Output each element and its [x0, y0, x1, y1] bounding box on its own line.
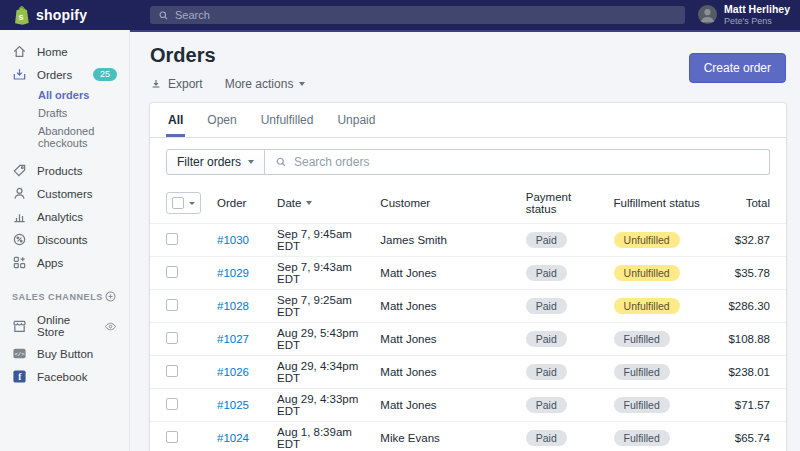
fulfillment-status-badge: Unfulfilled — [614, 232, 680, 248]
column-header-payment-status[interactable]: Payment status — [518, 186, 606, 224]
view-store-eye-icon[interactable] — [104, 320, 117, 333]
order-date: Aug 29, 4:33pm EDT — [269, 389, 372, 422]
order-link[interactable]: #1029 — [217, 267, 249, 279]
avatar — [698, 5, 717, 24]
sidebar-item-home[interactable]: Home — [0, 40, 129, 63]
sidebar-item-abandoned-checkouts[interactable]: Abandoned checkouts — [0, 122, 129, 152]
tab-unpaid[interactable]: Unpaid — [335, 103, 377, 137]
chevron-down-icon — [248, 160, 254, 164]
orders-count-badge: 25 — [93, 68, 117, 82]
table-row[interactable]: #1026 Aug 29, 4:34pm EDT Matt Jones Paid… — [150, 356, 786, 389]
order-customer: James Smith — [372, 224, 517, 257]
table-row[interactable]: #1029 Sep 7, 9:43am EDT Matt Jones Paid … — [150, 257, 786, 290]
sidebar-item-drafts[interactable]: Drafts — [0, 104, 129, 122]
orders-icon — [12, 67, 27, 82]
order-link[interactable]: #1027 — [217, 333, 249, 345]
order-link[interactable]: #1030 — [217, 234, 249, 246]
payment-status-badge: Paid — [526, 232, 567, 248]
tab-unfulfilled[interactable]: Unfulfilled — [259, 103, 316, 137]
sort-caret-icon — [306, 201, 312, 205]
analytics-icon — [12, 209, 27, 224]
orders-search[interactable] — [265, 149, 770, 175]
payment-status-badge: Paid — [526, 364, 567, 380]
order-total: $32.87 — [720, 224, 786, 257]
order-total: $286.30 — [720, 290, 786, 323]
payment-status-badge: Paid — [526, 430, 567, 446]
export-icon — [150, 78, 162, 90]
filter-orders-button[interactable]: Filter orders — [166, 149, 265, 175]
order-date: Sep 7, 9:25am EDT — [269, 290, 372, 323]
sales-channels-header: SALES CHANNELS — [0, 274, 129, 310]
logo-wordmark: shopify — [36, 7, 87, 23]
sidebar-item-all-orders[interactable]: All orders — [0, 86, 129, 104]
order-link[interactable]: #1026 — [217, 366, 249, 378]
order-total: $65.74 — [720, 422, 786, 451]
row-checkbox[interactable] — [166, 266, 178, 278]
page-title: Orders — [150, 44, 305, 67]
column-header-order[interactable]: Order — [209, 186, 269, 224]
table-row[interactable]: #1024 Aug 1, 8:39am EDT Mike Evans Paid … — [150, 422, 786, 451]
add-sales-channel-button[interactable] — [104, 290, 117, 303]
fulfillment-status-badge: Fulfilled — [614, 364, 670, 380]
order-date: Sep 7, 9:45am EDT — [269, 224, 372, 257]
order-total: $35.78 — [720, 257, 786, 290]
table-row[interactable]: #1025 Aug 29, 4:33pm EDT Matt Jones Paid… — [150, 389, 786, 422]
sidebar-item-online-store[interactable]: Online Store — [0, 310, 129, 342]
order-link[interactable]: #1028 — [217, 300, 249, 312]
tab-all[interactable]: All — [166, 103, 185, 137]
sidebar-item-buy-button[interactable]: </> Buy Button — [0, 342, 129, 365]
column-header-customer[interactable]: Customer — [372, 186, 517, 224]
orders-search-input[interactable] — [294, 155, 759, 169]
order-total: $238.01 — [720, 356, 786, 389]
global-search-input[interactable] — [175, 9, 677, 21]
row-checkbox[interactable] — [166, 299, 178, 311]
order-customer: Matt Jones — [372, 323, 517, 356]
table-row[interactable]: #1028 Sep 7, 9:25am EDT Matt Jones Paid … — [150, 290, 786, 323]
fulfillment-status-badge: Fulfilled — [614, 397, 670, 413]
tab-open[interactable]: Open — [205, 103, 238, 137]
fulfillment-status-badge: Fulfilled — [614, 430, 670, 446]
column-header-date[interactable]: Date — [269, 186, 372, 224]
facebook-icon: f — [12, 369, 27, 384]
create-order-button[interactable]: Create order — [689, 53, 786, 83]
sidebar-item-products[interactable]: Products — [0, 159, 129, 182]
order-link[interactable]: #1024 — [217, 432, 249, 444]
row-checkbox[interactable] — [166, 431, 178, 443]
order-tabs: All Open Unfulfilled Unpaid — [150, 103, 786, 138]
column-header-total[interactable]: Total — [720, 186, 786, 224]
customers-icon — [12, 186, 27, 201]
order-customer: Mike Evans — [372, 422, 517, 451]
sidebar-item-apps[interactable]: Apps — [0, 251, 129, 274]
select-all-checkbox[interactable] — [172, 197, 184, 209]
select-all-control[interactable] — [166, 192, 201, 214]
row-checkbox[interactable] — [166, 398, 178, 410]
column-header-fulfillment-status[interactable]: Fulfillment status — [606, 186, 721, 224]
svg-text:s: s — [19, 12, 24, 22]
export-button[interactable]: Export — [150, 77, 203, 91]
order-link[interactable]: #1025 — [217, 399, 249, 411]
row-checkbox[interactable] — [166, 365, 178, 377]
home-icon — [12, 44, 27, 59]
sidebar-item-discounts[interactable]: Discounts — [0, 228, 129, 251]
sidebar-item-facebook[interactable]: f Facebook — [0, 365, 129, 388]
user-name: Matt Herlihey — [724, 3, 790, 16]
global-search[interactable] — [150, 6, 685, 24]
sidebar-item-customers[interactable]: Customers — [0, 182, 129, 205]
sidebar-item-orders[interactable]: Orders 25 — [0, 63, 129, 86]
table-row[interactable]: #1030 Sep 7, 9:45am EDT James Smith Paid… — [150, 224, 786, 257]
row-checkbox[interactable] — [166, 332, 178, 344]
shopify-logo[interactable]: s shopify — [0, 5, 130, 26]
payment-status-badge: Paid — [526, 298, 567, 314]
orders-table: Order Date Customer Payment status Fulfi… — [150, 186, 786, 451]
order-customer: Matt Jones — [372, 257, 517, 290]
row-checkbox[interactable] — [166, 233, 178, 245]
table-row[interactable]: #1027 Aug 29, 5:43pm EDT Matt Jones Paid… — [150, 323, 786, 356]
orders-table-body: #1030 Sep 7, 9:45am EDT James Smith Paid… — [150, 224, 786, 451]
shopify-bag-icon: s — [12, 5, 31, 26]
topbar: s shopify Matt Herlihey Pete's Pens — [0, 0, 800, 30]
user-menu[interactable]: Matt Herlihey Pete's Pens — [698, 3, 790, 27]
more-actions-button[interactable]: More actions — [225, 77, 306, 91]
sidebar-item-analytics[interactable]: Analytics — [0, 205, 129, 228]
fulfillment-status-badge: Unfulfilled — [614, 265, 680, 281]
order-date: Aug 29, 5:43pm EDT — [269, 323, 372, 356]
